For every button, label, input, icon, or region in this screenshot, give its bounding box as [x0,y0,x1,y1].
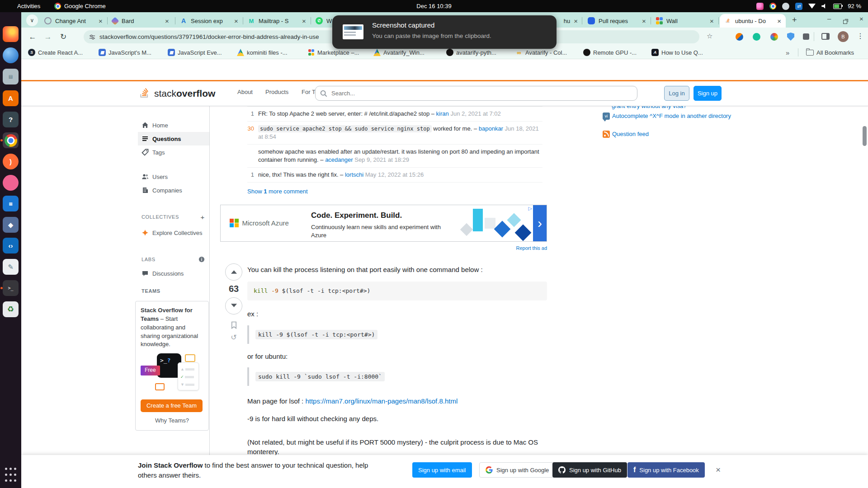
tab-close-icon[interactable]: × [234,17,238,25]
page-scrollbar[interactable] [863,126,867,146]
footer-close-button[interactable]: × [716,465,721,475]
tab-close-icon[interactable]: × [642,17,646,25]
why-teams-link[interactable]: Why Teams? [141,417,203,425]
tab-close-icon[interactable]: × [99,17,103,25]
new-tab-button[interactable]: + [792,15,797,25]
info-icon[interactable] [198,256,205,263]
bookmark-item[interactable]: ▦JavaScript's M... [99,48,151,57]
bookmark-item[interactable]: Marketplace –... [307,48,359,57]
question-feed-link[interactable]: Question feed [612,131,649,137]
sidebar-item-users[interactable]: Users [138,170,209,183]
sidebar-item-questions[interactable]: Questions [138,132,209,145]
blue-sphere-app-icon[interactable] [3,47,19,63]
add-collective-icon[interactable]: + [201,213,205,221]
tab-pull-request[interactable]: Pull reques × [583,14,651,28]
minimize-button[interactable]: – [827,14,831,22]
tab-close-icon[interactable]: × [574,17,578,25]
search-input[interactable] [330,89,632,97]
comment-author-link[interactable]: lortschi [345,171,363,178]
reload-button[interactable]: ↻ [56,32,71,42]
activities-button[interactable]: Activities [17,0,40,12]
comment-author-link[interactable]: baponkar [479,125,503,132]
tab-bard[interactable]: Bard × [108,14,175,28]
extension-icon[interactable] [770,33,778,41]
bookmark-item[interactable]: AHow to Use Q... [651,48,703,57]
bookmark-icon[interactable] [231,321,237,329]
chrome-dock-icon[interactable] [3,132,19,148]
window-close-button[interactable]: × [859,15,863,23]
tab-session[interactable]: A Session exp × [175,14,243,28]
tab-search-button[interactable]: ∨ [26,14,38,26]
man-page-link[interactable]: https://man7.org/linux/man-pages/man8/ls… [305,397,458,405]
tab-close-icon[interactable]: × [165,17,169,25]
adchoices-icon[interactable]: ▷ [528,206,532,211]
login-button[interactable]: Log in [664,86,689,101]
text-editor-icon[interactable]: ✎ [3,259,19,275]
bookmark-star-button[interactable]: ☆ [707,32,712,40]
terminal-icon[interactable]: >_ [3,280,19,296]
autocomplete-question-link[interactable]: Autocomplete ^X^F mode in another direct… [612,113,731,119]
azure-ad-banner[interactable]: Microsoft Azure Code. Experiment. Build.… [220,205,547,242]
upvote-button[interactable] [225,263,242,281]
bookmarks-overflow-button[interactable]: » [786,48,789,57]
create-team-button[interactable]: Create a free Team [141,399,203,412]
tab-ubuntu-active[interactable]: ubuntu - Do × [720,14,786,28]
report-ad-link[interactable]: Report this ad [220,245,547,251]
ad-next-button[interactable]: › [533,205,547,241]
signup-google-button[interactable]: Sign up with Google [479,462,555,478]
focused-app-indicator[interactable]: Google Chrome [54,0,106,12]
maximize-button[interactable] [843,17,848,25]
tab-change-ant[interactable]: Change Ant × [40,14,108,28]
signup-github-button[interactable]: Sign up with GitHub [552,462,627,478]
extensions-puzzle-icon[interactable] [803,33,809,40]
all-bookmarks-button[interactable]: All Bookmarks [806,48,854,57]
sidebar-item-discussions[interactable]: Discussions [138,267,209,280]
tab-close-icon[interactable]: × [302,17,306,25]
bookmark-item[interactable]: Avatarify_Win... [373,48,425,57]
extension-icon[interactable] [736,33,743,41]
show-applications-icon[interactable] [3,467,19,483]
profile-avatar[interactable]: B [838,31,849,42]
file-archive-app-icon[interactable]: ▤ [3,69,19,84]
bookmark-item[interactable]: SCreate React A... [28,48,83,57]
grammarly-extension-icon[interactable] [753,33,760,41]
trash-icon[interactable]: ♻ [3,301,19,317]
microsoft-app-icon[interactable]: ▦ [3,196,19,211]
sidebar-item-companies[interactable]: Companies [138,183,209,197]
history-icon[interactable]: ↺ [231,333,236,342]
firefox-icon[interactable] [3,26,19,42]
help-app-icon[interactable]: ? [3,112,19,127]
tab-wall[interactable]: Wall × [651,14,719,28]
pink-app-icon[interactable] [3,175,19,191]
header-nav-products[interactable]: Products [265,89,288,95]
orange-a-app-icon[interactable]: A [3,90,19,106]
adblock-shield-icon[interactable] [787,33,794,41]
postman-icon[interactable]: ) [3,154,19,169]
clock[interactable]: Dec 16 10:39 [0,0,868,12]
tab-mailtrap[interactable]: M Mailtrap - S × [243,14,311,28]
so-logo[interactable]: stackoverflow [138,85,215,101]
bookmark-item[interactable]: avatarify-pyth... [446,48,496,57]
slate-app-icon[interactable]: ◆ [3,217,19,233]
comment-author-link[interactable]: acedanger [325,156,353,163]
header-nav-about[interactable]: About [237,89,253,95]
vscode-icon[interactable]: ‹› [3,238,19,253]
signup-email-button[interactable]: Sign up with email [412,462,472,478]
side-panel-icon[interactable] [821,33,830,40]
tab-close-icon[interactable]: × [777,17,781,25]
bookmark-item[interactable]: kominiti files -... [237,48,288,57]
browser-menu-button[interactable]: ⋮ [857,32,864,40]
signup-facebook-button[interactable]: f Sign up with Facebook [627,462,705,478]
signup-button[interactable]: Sign up [693,86,722,101]
bookmark-item[interactable]: Remote GPU -... [583,48,637,57]
sidebar-item-tags[interactable]: Tags [138,145,209,159]
sidebar-item-home[interactable]: Home [138,118,209,132]
downvote-button[interactable] [225,297,242,314]
show-more-comments-link[interactable]: Show 1 more comment [247,188,547,195]
screenshot-notification[interactable]: Screenshot captured You can paste the im… [332,15,557,49]
forward-button[interactable]: → [40,33,56,42]
system-tray[interactable]: ⇄ 92 % [756,0,861,12]
back-button[interactable]: ← [25,33,40,42]
bookmark-item[interactable]: ▦JavaScript Eve... [168,48,222,57]
bookmark-item[interactable]: ∞Avatarify - Col... [515,48,567,57]
